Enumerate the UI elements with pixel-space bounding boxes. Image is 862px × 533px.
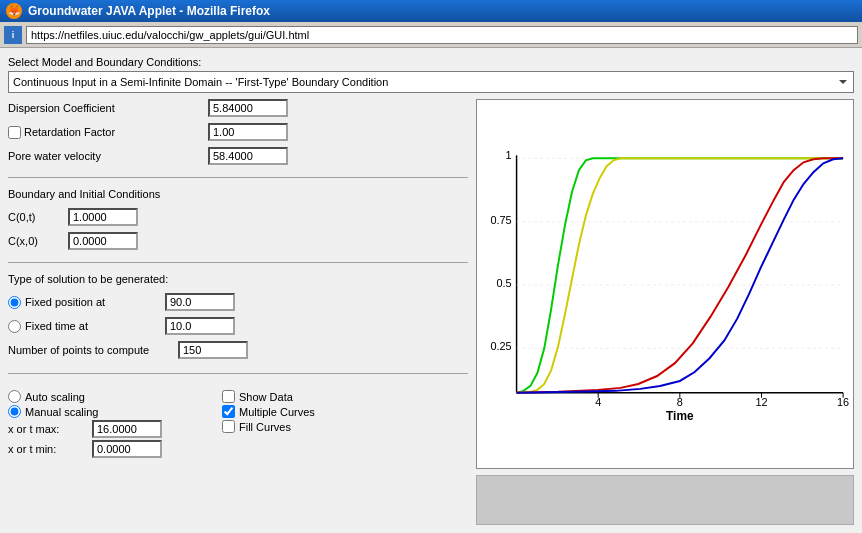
multiple-curves-row: Multiple Curves <box>222 405 315 418</box>
xort-max-label: x or t max: <box>8 423 88 435</box>
xort-min-label: x or t min: <box>8 443 88 455</box>
boundary-title: Boundary and Initial Conditions <box>8 188 468 200</box>
left-options: Auto scaling Manual scaling x or t max: … <box>8 390 162 458</box>
dispersion-input[interactable] <box>208 99 288 117</box>
show-data-checkbox[interactable] <box>222 390 235 403</box>
fixed-position-label: Fixed position at <box>25 296 165 308</box>
dispersion-row: Dispersion Coefficient <box>8 99 468 117</box>
c0t-label: C(0,t) <box>8 211 68 223</box>
divider3 <box>8 373 468 374</box>
manual-scaling-row: Manual scaling <box>8 405 162 418</box>
fixed-position-radio[interactable] <box>8 296 21 309</box>
xort-min-input[interactable] <box>92 440 162 458</box>
svg-text:0.25: 0.25 <box>490 340 511 352</box>
retardation-checkbox[interactable] <box>8 126 21 139</box>
retardation-input[interactable] <box>208 123 288 141</box>
xort-min-row: x or t min: <box>8 440 162 458</box>
porewater-input[interactable] <box>208 147 288 165</box>
dispersion-label: Dispersion Coefficient <box>8 102 208 114</box>
bottom-options: Auto scaling Manual scaling x or t max: … <box>8 390 468 458</box>
title-bar: 🦊 Groundwater JAVA Applet - Mozilla Fire… <box>0 0 862 22</box>
c0t-row: C(0,t) <box>8 208 468 226</box>
chart-svg: 1 0.75 0.5 0.25 4 8 12 <box>477 100 853 468</box>
divider2 <box>8 262 468 263</box>
num-points-input[interactable] <box>178 341 248 359</box>
auto-scaling-row: Auto scaling <box>8 390 162 403</box>
model-select[interactable]: Continuous Input in a Semi-Infinite Doma… <box>8 71 854 93</box>
svg-text:0.5: 0.5 <box>497 277 512 289</box>
num-points-label: Number of points to compute <box>8 344 178 356</box>
porewater-label: Pore water velocity <box>8 150 208 162</box>
bottom-gray-area <box>476 475 854 525</box>
fixed-time-radio[interactable] <box>8 320 21 333</box>
xort-max-input[interactable] <box>92 420 162 438</box>
fill-curves-label: Fill Curves <box>239 421 291 433</box>
select-label: Select Model and Boundary Conditions: <box>8 56 854 68</box>
cx0-input[interactable] <box>68 232 138 250</box>
fill-curves-checkbox[interactable] <box>222 420 235 433</box>
multiple-curves-checkbox[interactable] <box>222 405 235 418</box>
fixed-position-input[interactable] <box>165 293 235 311</box>
xort-max-row: x or t max: <box>8 420 162 438</box>
fixed-time-row: Fixed time at <box>8 317 468 335</box>
cx0-label: C(x,0) <box>8 235 68 247</box>
window-title: Groundwater JAVA Applet - Mozilla Firefo… <box>28 4 270 18</box>
cx0-row: C(x,0) <box>8 232 468 250</box>
auto-scaling-radio[interactable] <box>8 390 21 403</box>
retardation-label[interactable]: Retardation Factor <box>8 126 208 139</box>
num-points-row: Number of points to compute <box>8 341 468 359</box>
svg-text:1: 1 <box>506 149 512 161</box>
main-content: Select Model and Boundary Conditions: Co… <box>0 48 862 533</box>
svg-text:0.75: 0.75 <box>490 214 511 226</box>
c0t-input[interactable] <box>68 208 138 226</box>
fixed-time-input[interactable] <box>165 317 235 335</box>
retardation-row: Retardation Factor <box>8 123 468 141</box>
fixed-position-row: Fixed position at <box>8 293 468 311</box>
manual-scaling-radio[interactable] <box>8 405 21 418</box>
manual-scaling-label: Manual scaling <box>25 406 98 418</box>
info-icon: i <box>4 26 22 44</box>
fill-curves-row: Fill Curves <box>222 420 315 433</box>
svg-text:Time: Time <box>666 409 694 423</box>
firefox-icon: 🦊 <box>6 3 22 19</box>
auto-scaling-label: Auto scaling <box>25 391 85 403</box>
right-options: Show Data Multiple Curves Fill Curves <box>222 390 315 458</box>
address-input[interactable] <box>26 26 858 44</box>
left-panel: Dispersion Coefficient Retardation Facto… <box>8 99 468 525</box>
show-data-label: Show Data <box>239 391 293 403</box>
porewater-row: Pore water velocity <box>8 147 468 165</box>
show-data-row: Show Data <box>222 390 315 403</box>
right-panel: 1 0.75 0.5 0.25 4 8 12 <box>476 99 854 525</box>
multiple-curves-label: Multiple Curves <box>239 406 315 418</box>
fixed-time-label: Fixed time at <box>25 320 165 332</box>
solution-type-title: Type of solution to be generated: <box>8 273 468 285</box>
chart-container: 1 0.75 0.5 0.25 4 8 12 <box>476 99 854 469</box>
address-bar: i <box>0 22 862 48</box>
divider1 <box>8 177 468 178</box>
